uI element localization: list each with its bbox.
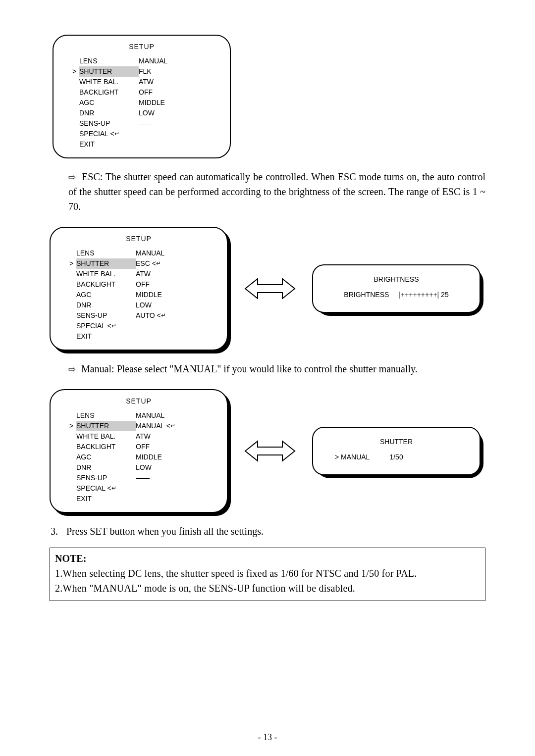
menu-row-value: MANUAL	[139, 56, 167, 66]
menu-row: BACKLIGHTOFF	[62, 279, 215, 290]
menu-row-label: >SHUTTER	[76, 258, 136, 269]
double-arrow-icon	[243, 436, 297, 466]
menu-row-value: AUTO <	[136, 310, 165, 321]
menu-rows: LENSMANUAL>SHUTTERESC <WHITE BAL.ATWBACK…	[62, 248, 215, 342]
menu-row-label: AGC	[79, 98, 139, 108]
menu-row: SENS-UP——	[65, 118, 218, 129]
menu-row: WHITE BAL.ATW	[62, 269, 215, 279]
menu-row-value: OFF	[136, 279, 150, 290]
menu-row: DNRLOW	[62, 462, 215, 473]
menu-row-value: LOW	[136, 462, 152, 473]
menu-row-label: BACKLIGHT	[76, 442, 136, 452]
menu-box-3: SETUP LENSMANUAL>SHUTTERMANUAL <WHITE BA…	[50, 389, 228, 513]
menu-row: SPECIAL <	[62, 321, 215, 331]
menu-row: BACKLIGHTOFF	[62, 442, 215, 452]
menu-row-label: EXIT	[76, 331, 136, 342]
menu-row-value: OFF	[139, 87, 153, 98]
enter-icon: <	[106, 484, 116, 492]
list-item-3: Press SET button when you finish all the…	[60, 524, 485, 539]
menu-row-label: WHITE BAL.	[79, 77, 139, 87]
esc-paragraph: ⇨ ESC: The shutter speed can automatical…	[50, 169, 485, 214]
menu-row-label: LENS	[76, 248, 136, 258]
menu-row-label: >SHUTTER	[76, 421, 136, 431]
menu-row: AGCMIDDLE	[62, 290, 215, 300]
caret-icon: >	[69, 421, 73, 431]
manual-text: Manual: Please select "MANUAL" if you wo…	[81, 363, 418, 374]
brightness-bar: |+++++++++| 25	[399, 290, 448, 300]
manual-flow: SETUP LENSMANUAL>SHUTTERMANUAL <WHITE BA…	[50, 389, 485, 513]
menu-row-value: LOW	[136, 300, 152, 310]
menu-row-label: DNR	[79, 108, 139, 118]
menu-row-value: ATW	[139, 77, 154, 87]
caret-icon: >	[72, 66, 76, 77]
menu-row-value: ——	[139, 118, 153, 129]
menu-row-label: BACKLIGHT	[79, 87, 139, 98]
menu-row-value: ATW	[136, 269, 151, 279]
menu-row-label: LENS	[79, 56, 139, 66]
enter-icon: <	[108, 130, 119, 138]
menu-row-value: MANUAL <	[136, 421, 175, 431]
menu-row-value: FLK	[139, 66, 152, 77]
menu-row-value: ATW	[136, 431, 151, 442]
double-arrow-icon	[243, 274, 297, 303]
menu-row-label: EXIT	[79, 139, 139, 150]
menu-row-value: MANUAL	[136, 248, 164, 258]
menu-row: DNRLOW	[62, 300, 215, 310]
menu-row: AGCMIDDLE	[65, 98, 218, 108]
menu-row: EXIT	[62, 331, 215, 342]
menu-row: DNRLOW	[65, 108, 218, 118]
menu-row: >SHUTTERFLK	[65, 66, 218, 77]
arrow-icon: ⇨	[68, 172, 76, 182]
brightness-title: BRIGHTNESS	[325, 274, 468, 285]
menu-row-value: LOW	[139, 108, 155, 118]
shutter-value: 1/50	[389, 452, 403, 462]
menu-row-label: AGC	[76, 290, 136, 300]
page-number: - 13 -	[0, 731, 535, 744]
note-heading: NOTE:	[55, 551, 480, 566]
menu-box-1: SETUP LENSMANUAL>SHUTTERFLKWHITE BAL.ATW…	[53, 35, 231, 158]
menu-row-label: EXIT	[76, 494, 136, 504]
enter-icon: <	[155, 311, 165, 319]
brightness-label: BRIGHTNESS	[344, 290, 389, 300]
esc-flow: SETUP LENSMANUAL>SHUTTERESC <WHITE BAL.A…	[50, 227, 485, 351]
menu-row-label: SPECIAL <	[76, 321, 136, 331]
enter-icon: <	[106, 322, 116, 330]
menu-row-label: WHITE BAL.	[76, 431, 136, 442]
menu-row: AGCMIDDLE	[62, 452, 215, 462]
enter-icon: <	[150, 259, 160, 267]
instruction-list: Press SET button when you finish all the…	[50, 524, 485, 539]
menu-row-label: >SHUTTER	[79, 66, 139, 77]
note-box: NOTE: 1.When selecting DC lens, the shut…	[50, 548, 485, 601]
menu-row: EXIT	[62, 494, 215, 504]
menu-row-value: MIDDLE	[136, 452, 162, 462]
menu-row: WHITE BAL.ATW	[65, 77, 218, 87]
note-line-1: 1.When selecting DC lens, the shutter sp…	[55, 566, 480, 581]
shutter-box: SHUTTER > MANUAL 1/50	[312, 427, 481, 475]
menu-row-value: ESC <	[136, 258, 160, 269]
menu-row: LENSMANUAL	[62, 248, 215, 258]
menu-row-label: SPECIAL <	[79, 129, 139, 139]
menu-row-label: DNR	[76, 300, 136, 310]
menu-row-label: DNR	[76, 462, 136, 473]
menu-row: WHITE BAL.ATW	[62, 431, 215, 442]
menu-row-value: ——	[136, 473, 150, 483]
menu-row: SENS-UP——	[62, 473, 215, 483]
menu-row-label: SENS-UP	[76, 473, 136, 483]
menu-row: SPECIAL <	[65, 129, 218, 139]
menu-title: SETUP	[62, 234, 215, 244]
menu-row-value: MIDDLE	[139, 98, 165, 108]
menu-rows: LENSMANUAL>SHUTTERFLKWHITE BAL.ATWBACKLI…	[65, 56, 218, 150]
shutter-label: > MANUAL	[335, 452, 370, 462]
menu-row: LENSMANUAL	[65, 56, 218, 66]
menu-row: >SHUTTERESC <	[62, 258, 215, 269]
esc-text: ESC: The shutter speed can automatically…	[68, 171, 485, 212]
menu-row: SPECIAL <	[62, 483, 215, 494]
menu-box-2: SETUP LENSMANUAL>SHUTTERESC <WHITE BAL.A…	[50, 227, 228, 351]
menu-row-value: MANUAL	[136, 410, 164, 421]
arrow-icon: ⇨	[68, 364, 76, 374]
enter-icon: <	[164, 422, 175, 430]
menu-title: SETUP	[62, 396, 215, 406]
menu-row-label: LENS	[76, 410, 136, 421]
menu-row-value: MIDDLE	[136, 290, 162, 300]
brightness-box: BRIGHTNESS BRIGHTNESS |+++++++++| 25	[312, 264, 481, 313]
